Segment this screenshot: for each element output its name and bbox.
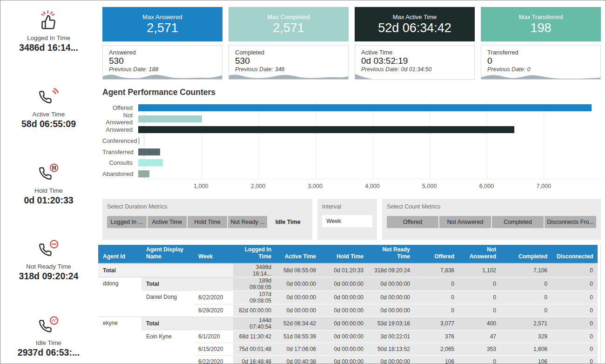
week-cell: 6/22/2020 (194, 356, 233, 364)
count-not-answered-button[interactable]: Not Answered (439, 216, 491, 228)
bar-consults[interactable] (138, 159, 163, 166)
table-cell-logged-in-time: 82d 00:00:00 (233, 304, 276, 317)
interval-select[interactable]: Week (322, 215, 372, 227)
kpi-label: Hold Time (0, 187, 97, 194)
bar-not-answered[interactable] (138, 115, 202, 122)
sparkline-icon (355, 72, 474, 79)
column-header-offered[interactable]: Offered (415, 245, 459, 263)
kpi-label: Idle Time (0, 339, 97, 346)
kpi-card-active-time: Max Active Time52d 06:34:42Active Time0d… (355, 7, 475, 80)
column-header-hold-time[interactable]: Hold Time (321, 245, 368, 263)
table-cell-disconnected: 0 (552, 304, 598, 317)
sparkline-icon (103, 72, 222, 79)
max-card-label: Max Active Time (393, 13, 437, 20)
table-cell-not-ready-time: 50d 18:13:52 (368, 343, 415, 356)
column-header-week[interactable]: Week (194, 245, 233, 263)
bar-transferred[interactable] (138, 148, 160, 155)
chart-row-transferred: Transferred (102, 146, 601, 157)
duration-logged-in-button[interactable]: Logged In ... (107, 216, 147, 228)
bar-answered[interactable] (138, 126, 514, 133)
table-cell-hold-time: 0d 00:00:00 (321, 304, 368, 317)
table-scrollbar[interactable] (600, 245, 601, 364)
count-completed-button[interactable]: Completed (492, 216, 544, 228)
sidebar-kpi-logged-in-time: Logged In Time3486d 16:14... (0, 9, 97, 53)
sub-card: Answered530Previous Date: 188 (102, 45, 222, 80)
sub-card-label: Transferred (487, 49, 600, 56)
duration-not-ready-button[interactable]: Not Ready ... (228, 216, 268, 228)
chart-row-offered: Offered (102, 102, 601, 114)
agent-id-cell[interactable]: ddong (98, 277, 141, 317)
table-cell-completed: 2,571 (501, 317, 552, 330)
bar-abandoned[interactable] (138, 170, 149, 177)
thumbs-up-icon (0, 9, 97, 31)
table-row[interactable]: Daniel Dong6/22/2020107d 09:08:050d 00:0… (98, 291, 598, 304)
table-row[interactable]: Total3486d 16:14...58d 06:55:090d 01:20:… (98, 263, 598, 277)
table-cell-completed: 106 (501, 356, 552, 364)
sub-card-previous: Previous Date: 188 (109, 66, 222, 73)
table-cell-active-time: 0d 00:00:00 (276, 277, 321, 291)
table-cell-not-answered: 1,102 (459, 263, 501, 277)
table-cell-active-time: 0d 00:00:00 (276, 291, 321, 304)
table-cell-logged-in-time: 107d 09:08:05 (233, 291, 276, 304)
main-content: Max Answered2,571Answered530Previous Dat… (97, 0, 606, 364)
table-cell-disconnected: 0 (552, 317, 598, 330)
sub-card-value: 530 (109, 56, 222, 66)
column-header-logged-in-time[interactable]: Logged In Time (233, 245, 276, 263)
agent-display-name-cell: Daniel Dong (141, 291, 194, 317)
table-cell-not-answered: 0 (459, 304, 501, 317)
table-cell-offered: 0 (415, 304, 459, 317)
table-cell-disconnected: 0 (552, 330, 598, 343)
table-row[interactable]: ddongTotal189d 09:08:050d 00:00:000d 00:… (98, 277, 598, 291)
duration-idle-time-button[interactable]: Idle Time (268, 216, 308, 228)
table-cell-disconnected: 0 (552, 277, 598, 291)
max-card-value: 2,571 (273, 21, 304, 35)
count-disconnects-fro-button[interactable]: Disconnects Fro... (545, 216, 596, 228)
column-header-not-ready-time[interactable]: Not Ready Time (368, 245, 415, 263)
sub-card-value: 0 (487, 56, 600, 66)
agent-id-cell[interactable]: ekyne (98, 317, 141, 364)
agent-display-name-cell: Eoin Kyne (141, 330, 194, 364)
table-cell-completed: 329 (501, 330, 552, 343)
max-card: Max Active Time52d 06:34:42 (355, 7, 475, 41)
duration-active-time-button[interactable]: Active Time (148, 216, 187, 228)
column-header-agent-display-name[interactable]: Agent Display Name (141, 245, 194, 263)
bar-track (138, 170, 601, 177)
sidebar-kpi-hold-time: Hold Time0d 01:20:33 (0, 162, 97, 206)
column-header-active-time[interactable]: Active Time (276, 245, 321, 263)
chart-row-answered: Answered (102, 124, 601, 135)
x-tick-label: 5,000 (422, 183, 437, 189)
table-cell-disconnected: 0 (552, 291, 598, 304)
table-cell-active-time: 58d 06:55:09 (276, 263, 321, 277)
column-header-not-answered[interactable]: Not Answered (459, 245, 501, 263)
count-offered-button[interactable]: Offered (387, 216, 438, 228)
table-cell-active-time: 0d 00:40:38 (276, 356, 321, 364)
chart-section: Agent Performance Counters OfferedNot An… (102, 88, 601, 192)
table-row[interactable]: Eoin Kyne6/1/202068d 11:30:4251d 08:55:3… (98, 330, 598, 343)
table-row[interactable]: ekyneTotal144d 07:40:5452d 06:34:420d 00… (98, 317, 598, 330)
x-tick-label: 6,000 (479, 183, 494, 189)
sub-card-value: 0d 03:52:19 (361, 56, 474, 66)
table-cell-completed: 1,606 (501, 343, 552, 356)
kpi-sidebar: Logged In Time3486d 16:14...Active Time5… (0, 0, 97, 364)
table-cell-logged-in-time: 68d 11:30:42 (233, 330, 276, 343)
table-cell-completed: 0 (501, 277, 552, 291)
column-header-agent-id[interactable]: Agent Id (98, 245, 141, 263)
chart-row-conferenced: Conferenced (102, 135, 601, 147)
sub-card: Completed530Previous Date: 346 (229, 45, 349, 80)
sidebar-kpi-not-ready-time: Not Ready Time318d 09:20:24 (0, 237, 97, 282)
max-card: Max Completed2,571 (229, 7, 349, 41)
column-header-disconnected[interactable]: Disconnected (552, 245, 598, 263)
table-cell-hold-time: 0d 01:20:33 (321, 263, 368, 277)
bar-conferenced[interactable] (138, 137, 140, 144)
filter-row: Select Duration Metrics Logged In ...Act… (102, 199, 601, 240)
sub-card-previous: Previous Date: 0d 01:34:50 (361, 66, 474, 73)
table-cell-logged-in-time: 75d 00:01:48 (233, 343, 276, 356)
bar-offered[interactable] (138, 104, 592, 111)
table-cell-offered: 0 (415, 277, 459, 291)
table-cell-not-ready-time: 0d 00:00:00 (368, 277, 415, 291)
column-header-completed[interactable]: Completed (501, 245, 552, 263)
sidebar-kpi-idle-time: Idle Time2937d 06:53:... (0, 314, 97, 358)
kpi-label: Not Ready Time (0, 263, 97, 270)
x-tick-label: 7,000 (537, 183, 551, 189)
duration-hold-time-button[interactable]: Hold Time (188, 216, 227, 228)
